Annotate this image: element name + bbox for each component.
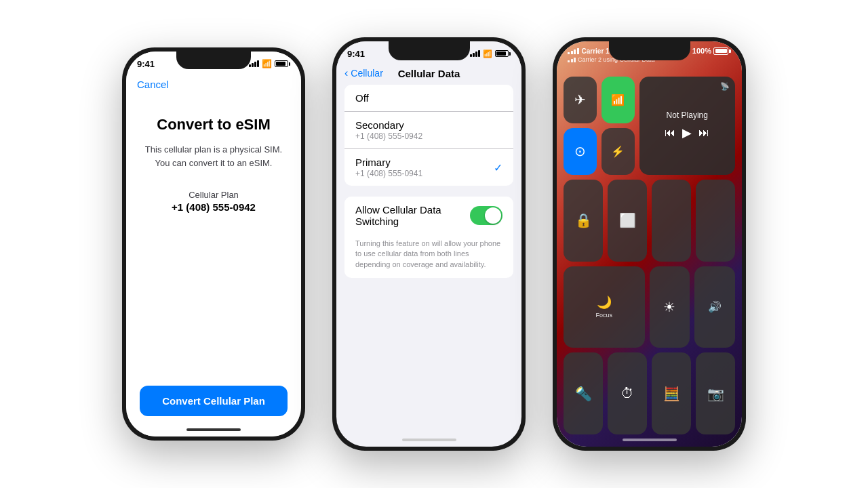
screen-mirror-button[interactable]: ⬜ <box>608 180 647 262</box>
next-track-icon[interactable]: ⏭ <box>698 127 709 139</box>
sim-secondary-label: Secondary <box>355 119 422 131</box>
phone3-screen: Carrier 1 5G 100% <box>557 41 742 447</box>
brightness-button[interactable]: ☀ <box>650 266 690 348</box>
dark-tile1[interactable] <box>652 180 691 262</box>
cellular-switching-section: Allow Cellular Data Switching Turning th… <box>344 197 513 278</box>
sim-off-label: Off <box>355 92 369 104</box>
lock-rotation-icon: 🔒 <box>575 212 592 228</box>
esim-plan-number: +1 (408) 555-0942 <box>172 201 256 213</box>
sim-option-secondary[interactable]: Secondary +1 (408) 555-0942 <box>344 112 513 149</box>
notch1 <box>176 52 251 69</box>
camera-button[interactable]: 📷 <box>696 352 735 434</box>
focus-button[interactable]: 🌙 Focus <box>564 266 645 348</box>
bluetooth-icon: ⚡ <box>611 145 625 158</box>
esim-title: Convert to eSIM <box>157 116 270 134</box>
cc-grid: ✈ 📶 ⊙ ⚡ 📡 <box>564 77 735 434</box>
dark-tile2[interactable] <box>696 180 735 262</box>
phone2-screen: 9:41 📶 <box>336 41 521 447</box>
notch3 <box>609 41 690 60</box>
status-icons2: 📶 <box>470 49 511 58</box>
wifi-icon2: 📶 <box>483 49 492 58</box>
cc-battery-icon <box>713 47 731 55</box>
airplay-icon[interactable]: 📡 <box>720 82 730 91</box>
phone3: Carrier 1 5G 100% <box>553 37 746 451</box>
airplane-mode-button[interactable]: ✈ <box>564 77 597 123</box>
esim-description: This cellular plan is a physical SIM. Yo… <box>140 143 288 169</box>
moon-icon: 🌙 <box>597 295 612 310</box>
calculator-button[interactable]: 🧮 <box>652 352 691 434</box>
signal-icon2 <box>470 50 480 57</box>
sim-option-primary[interactable]: Primary +1 (408) 555-0941 ✓ <box>344 149 513 186</box>
sim-primary-label: Primary <box>355 157 422 168</box>
cellular-data-button[interactable]: 📶 <box>601 77 635 123</box>
sim-secondary-info: Secondary +1 (408) 555-0942 <box>355 119 422 141</box>
timer-button[interactable]: ⏱ <box>608 352 647 434</box>
camera-icon: 📷 <box>707 386 724 402</box>
phone1-content: 9:41 📶 Cancel <box>126 52 301 436</box>
brightness-icon: ☀ <box>663 299 675 315</box>
back-chevron-icon <box>344 67 349 79</box>
volume-icon: 🔊 <box>708 300 722 313</box>
cc-battery-pct: 100% <box>692 47 711 55</box>
phone2-content: 9:41 📶 <box>336 41 521 447</box>
sim-option-off[interactable]: Off <box>344 85 513 112</box>
sim-secondary-number: +1 (408) 555-0942 <box>355 131 422 141</box>
calculator-icon: 🧮 <box>663 386 680 402</box>
home-indicator1 <box>186 428 241 431</box>
cc-battery: 100% <box>692 47 731 55</box>
focus-label: Focus <box>595 312 612 319</box>
phone1: 9:41 📶 Cancel <box>122 47 305 441</box>
nav-bar: Cellular Cellular Data <box>336 63 521 85</box>
cc-row3: 🌙 Focus ☀ 🔊 <box>564 266 735 348</box>
cancel-button[interactable]: Cancel <box>126 73 301 96</box>
status-time1: 9:41 <box>137 59 155 69</box>
wifi-icon1: 📶 <box>262 59 272 68</box>
timer-icon: ⏱ <box>620 386 634 401</box>
prev-track-icon[interactable]: ⏮ <box>665 127 675 139</box>
sim-primary-number: +1 (408) 555-0941 <box>355 169 422 178</box>
primary-checkmark-icon: ✓ <box>494 161 502 174</box>
phone2: 9:41 📶 <box>332 37 526 451</box>
not-playing-label: Not Playing <box>667 110 708 120</box>
esim-plan-label: Cellular Plan <box>189 190 239 200</box>
cc-row2: 🔒 ⬜ <box>564 180 735 262</box>
back-button[interactable]: Cellular <box>344 67 383 79</box>
orientation-lock-button[interactable]: 🔒 <box>564 180 603 262</box>
cc-row4: 🔦 ⏱ 🧮 📷 <box>564 352 735 434</box>
cellular-icon: 📶 <box>611 94 625 106</box>
flashlight-icon: 🔦 <box>575 386 592 402</box>
status-icons1: 📶 <box>249 59 290 68</box>
screen-mirror-icon: ⬜ <box>619 212 636 228</box>
volume-button[interactable]: 🔊 <box>694 266 735 348</box>
airplane-icon: ✈ <box>574 92 586 108</box>
battery-icon2 <box>495 50 511 57</box>
media-widget: 📡 Not Playing ⏮ ▶ ⏭ <box>639 77 735 175</box>
back-label: Cellular <box>351 68 382 79</box>
bluetooth-button[interactable]: ⚡ <box>601 128 635 175</box>
page-title2: Cellular Data <box>398 68 460 79</box>
convert-cellular-plan-button[interactable]: Convert Cellular Plan <box>140 386 288 416</box>
wifi-icon3: ⊙ <box>574 143 586 159</box>
home-indicator2 <box>402 439 456 441</box>
cellular-switching-toggle[interactable] <box>470 206 502 225</box>
notch2 <box>389 41 470 60</box>
sim-primary-info: Primary +1 (408) 555-0941 <box>355 157 422 178</box>
play-icon[interactable]: ▶ <box>682 125 692 140</box>
flashlight-button[interactable]: 🔦 <box>564 352 603 434</box>
home-indicator3 <box>623 439 677 441</box>
battery-icon1 <box>275 60 290 67</box>
signal-icon1 <box>249 60 259 67</box>
toggle-row: Allow Cellular Data Switching <box>344 197 513 235</box>
control-center: Carrier 1 5G 100% <box>557 41 742 447</box>
toggle-description: Turning this feature on will allow your … <box>344 235 513 278</box>
sim-options-list: Off Secondary +1 (408) 555-0942 Primary … <box>344 85 513 186</box>
toggle-label: Allow Cellular Data Switching <box>355 204 470 227</box>
status-time2: 9:41 <box>347 49 365 59</box>
cc-row1: ✈ 📶 ⊙ ⚡ 📡 <box>564 77 735 175</box>
media-controls: ⏮ ▶ ⏭ <box>665 125 709 140</box>
wifi-button[interactable]: ⊙ <box>564 128 597 175</box>
cc-signal2-icon <box>568 58 576 62</box>
phone1-screen: 9:41 📶 Cancel <box>126 52 301 436</box>
connectivity-block: ✈ 📶 ⊙ ⚡ <box>564 77 635 175</box>
cc-signal-icon <box>568 48 579 54</box>
